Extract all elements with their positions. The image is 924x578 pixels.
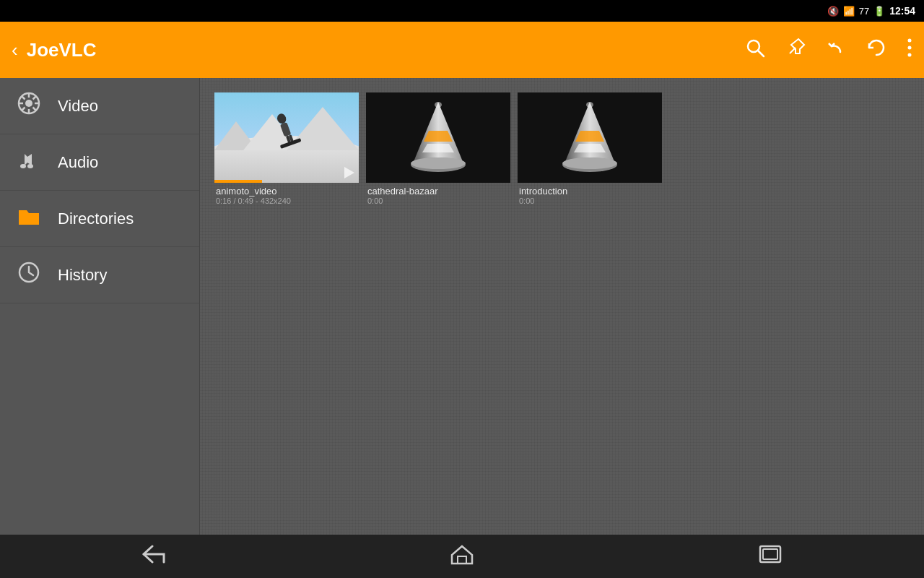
status-bar: 🔇 📶 77 🔋 12:54 xyxy=(0,0,924,22)
sidebar-item-directories[interactable]: Directories xyxy=(0,191,199,247)
media-info-introduction: introduction 0:00 xyxy=(518,183,662,208)
nav-home-button[interactable] xyxy=(427,538,497,576)
media-meta-introduction: 0:00 xyxy=(519,197,661,205)
svg-point-33 xyxy=(411,158,466,169)
media-thumb-cathedral xyxy=(366,92,510,183)
svg-point-39 xyxy=(562,158,617,169)
svg-point-7 xyxy=(25,100,32,107)
video-icon xyxy=(14,90,43,122)
svg-marker-41 xyxy=(452,546,472,564)
svg-point-40 xyxy=(586,102,593,108)
media-thumb-animoto xyxy=(214,92,359,183)
svg-point-17 xyxy=(27,164,33,168)
svg-marker-36 xyxy=(575,131,604,142)
content-area: animoto_video 0:16 / 0:49 - 432x240 xyxy=(200,78,924,535)
toolbar-back-button[interactable]: ‹ xyxy=(12,39,18,61)
svg-point-4 xyxy=(908,46,912,49)
undo-icon[interactable] xyxy=(826,38,846,63)
svg-line-14 xyxy=(33,96,37,100)
directories-icon xyxy=(14,203,43,235)
play-button-animoto[interactable] xyxy=(344,167,354,178)
svg-rect-42 xyxy=(458,556,466,564)
svg-point-34 xyxy=(435,102,442,108)
progress-bar-animoto xyxy=(214,180,262,183)
media-meta-animoto: 0:16 / 0:49 - 432x240 xyxy=(216,197,357,205)
svg-line-13 xyxy=(33,107,37,111)
toolbar: ‹ JoeVLC xyxy=(0,22,924,78)
media-info-animoto: animoto_video 0:16 / 0:49 - 432x240 xyxy=(214,183,359,208)
sidebar-item-history-label: History xyxy=(58,266,107,285)
toolbar-title: JoeVLC xyxy=(27,39,745,61)
sidebar-item-audio[interactable]: Audio xyxy=(0,134,199,191)
media-card-cathedral[interactable]: cathedral-bazaar 0:00 xyxy=(366,92,510,208)
pin-icon[interactable] xyxy=(785,38,806,63)
history-icon xyxy=(14,259,43,291)
media-title-animoto: animoto_video xyxy=(216,186,357,197)
svg-marker-30 xyxy=(424,131,453,142)
svg-line-1 xyxy=(758,51,764,56)
sidebar: Video Audio Directories xyxy=(0,78,200,535)
more-icon[interactable] xyxy=(907,38,912,63)
status-bar-right: 🔇 📶 77 🔋 12:54 xyxy=(827,5,915,17)
nav-back-button[interactable] xyxy=(119,538,188,576)
svg-marker-31 xyxy=(422,144,454,152)
toolbar-actions xyxy=(745,38,912,63)
media-card-animoto[interactable]: animoto_video 0:16 / 0:49 - 432x240 xyxy=(214,92,359,208)
status-time: 12:54 xyxy=(889,5,915,17)
sidebar-item-history[interactable]: History xyxy=(0,247,199,303)
svg-line-12 xyxy=(22,96,25,100)
nav-recent-button[interactable] xyxy=(736,538,805,576)
media-meta-cathedral: 0:00 xyxy=(367,197,509,205)
audio-icon xyxy=(14,147,43,178)
media-card-introduction[interactable]: introduction 0:00 xyxy=(518,92,662,208)
svg-point-3 xyxy=(908,38,912,42)
media-title-cathedral: cathedral-bazaar xyxy=(367,186,509,197)
media-info-cathedral: cathedral-bazaar 0:00 xyxy=(366,183,510,208)
refresh-icon[interactable] xyxy=(866,38,886,63)
nav-bar xyxy=(0,535,924,578)
sidebar-item-video-label: Video xyxy=(58,97,98,116)
main-container: Video Audio Directories xyxy=(0,78,924,535)
svg-rect-44 xyxy=(763,549,777,559)
sidebar-item-video[interactable]: Video xyxy=(0,78,199,134)
wifi-icon: 📶 xyxy=(843,6,855,17)
media-title-introduction: introduction xyxy=(519,186,661,197)
svg-line-15 xyxy=(22,107,25,111)
media-thumb-introduction xyxy=(518,92,662,183)
svg-line-2 xyxy=(790,48,796,53)
battery-level: 77 xyxy=(859,6,869,17)
search-icon[interactable] xyxy=(745,38,765,63)
svg-point-5 xyxy=(908,53,912,56)
mute-icon: 🔇 xyxy=(827,6,839,17)
svg-point-16 xyxy=(20,164,26,168)
svg-marker-37 xyxy=(574,144,606,152)
battery-icon: 🔋 xyxy=(873,6,885,17)
sidebar-item-audio-label: Audio xyxy=(58,153,98,172)
sidebar-item-directories-label: Directories xyxy=(58,210,134,228)
